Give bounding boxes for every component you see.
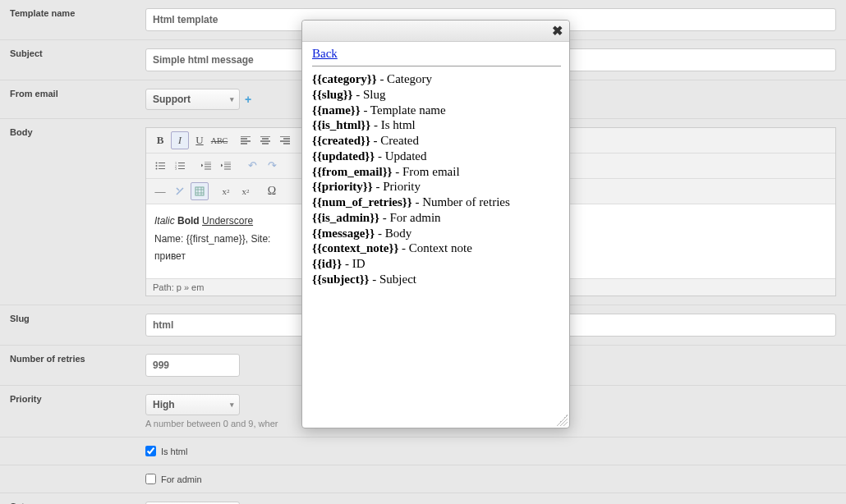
variable-tag: {{is_html}}	[312, 118, 370, 131]
svg-rect-6	[195, 187, 204, 195]
variable-tag: {{num_of_retries}}	[312, 195, 412, 208]
from-email-select[interactable]: Support ▾	[145, 89, 240, 110]
svg-text:3: 3	[175, 167, 177, 170]
variable-item: {{name}} - Template name	[312, 103, 561, 118]
is-html-label: Is html	[161, 447, 187, 456]
variable-item: {{category}} - Category	[312, 71, 561, 87]
modal-divider	[312, 66, 561, 66]
variable-item: {{id}} - ID	[312, 256, 561, 272]
variable-tag: {{id}}	[312, 257, 342, 270]
sample-bold: Bold	[177, 215, 200, 227]
toggle-guidelines-button[interactable]	[191, 182, 209, 200]
variable-tag: {{updated}}	[312, 149, 375, 163]
variable-tag: {{message}}	[312, 227, 375, 240]
priority-value: High	[153, 399, 175, 410]
close-icon[interactable]: ✖	[550, 23, 564, 39]
add-from-email-button[interactable]: +	[245, 93, 251, 106]
variable-tag: {{from_email}}	[312, 165, 393, 178]
variable-item: {{is_html}} - Is html	[312, 117, 561, 133]
bold-button[interactable]: B	[151, 131, 169, 149]
for-admin-label: For admin	[161, 474, 202, 484]
label-retries: Number of retries	[10, 354, 85, 364]
undo-button[interactable]: ↶	[243, 157, 261, 175]
is-html-checkbox[interactable]	[145, 446, 156, 456]
hr-button[interactable]: —	[151, 182, 169, 200]
variable-item: {{created}} - Created	[312, 133, 561, 149]
superscript-button[interactable]: x2	[237, 182, 255, 200]
variable-item: {{num_of_retries}} - Number of retries	[312, 195, 561, 210]
variable-item: {{slug}} - Slug	[312, 87, 561, 103]
clear-format-button[interactable]	[171, 182, 189, 200]
align-right-button[interactable]	[276, 131, 294, 149]
priority-select[interactable]: High ▾	[145, 394, 240, 415]
resize-handle[interactable]	[556, 415, 568, 426]
variable-tag: {{created}}	[312, 134, 370, 147]
variable-item: {{message}} - Body	[312, 226, 561, 241]
align-left-button[interactable]	[237, 131, 255, 149]
sample-underscore: Underscore	[202, 215, 253, 227]
special-char-button[interactable]: Ω	[263, 182, 281, 200]
variable-item: {{from_email}} - From email	[312, 164, 561, 180]
align-center-button[interactable]	[256, 131, 274, 149]
numbered-list-button[interactable]: 123	[171, 157, 189, 175]
variable-tag: {{priority}}	[312, 180, 373, 193]
chevron-down-icon: ▾	[230, 95, 234, 103]
variable-tag: {{is_admin}}	[312, 211, 379, 224]
retries-input[interactable]	[145, 354, 240, 377]
label-slug: Slug	[10, 314, 30, 323]
variable-tag: {{category}}	[312, 72, 377, 85]
modal-header: ✖	[302, 21, 569, 42]
chevron-down-icon: ▾	[230, 401, 234, 409]
variable-tag: {{slug}}	[312, 88, 353, 101]
label-from-email: From email	[10, 89, 58, 99]
outdent-button[interactable]	[197, 157, 215, 175]
bullet-list-button[interactable]	[151, 157, 169, 175]
variable-list: {{category}} - Category{{slug}} - Slug{{…	[312, 71, 561, 287]
variable-item: {{subject}} - Subject	[312, 272, 561, 287]
label-body: Body	[10, 127, 33, 137]
sample-italic: Italic	[154, 215, 175, 227]
variable-item: {{updated}} - Updated	[312, 149, 561, 164]
strikethrough-button[interactable]: ABC	[210, 131, 228, 149]
underline-button[interactable]: U	[191, 131, 209, 149]
svg-point-0	[156, 163, 158, 164]
back-link[interactable]: Back	[312, 47, 338, 61]
variable-item: {{is_admin}} - For admin	[312, 210, 561, 226]
italic-button[interactable]: I	[171, 131, 189, 149]
variable-tag: {{context_note}}	[312, 241, 398, 254]
svg-point-1	[156, 165, 158, 167]
label-subject: Subject	[10, 48, 43, 58]
redo-button[interactable]: ↷	[263, 157, 281, 175]
variables-modal: ✖ Back {{category}} - Category{{slug}} -…	[301, 20, 570, 428]
from-email-value: Support	[153, 94, 191, 105]
variable-tag: {{name}}	[312, 103, 361, 117]
indent-button[interactable]	[217, 157, 235, 175]
svg-point-2	[156, 168, 158, 170]
is-html-checkbox-row[interactable]: Is html	[145, 446, 836, 456]
for-admin-checkbox[interactable]	[145, 474, 156, 484]
label-priority: Priority	[10, 394, 42, 404]
for-admin-checkbox-row[interactable]: For admin	[145, 474, 836, 484]
variable-tag: {{subject}}	[312, 273, 369, 286]
variable-item: {{context_note}} - Context note	[312, 241, 561, 256]
subscript-button[interactable]: x2	[217, 182, 235, 200]
label-template-name: Template name	[10, 8, 75, 18]
variable-item: {{priority}} - Priority	[312, 179, 561, 195]
